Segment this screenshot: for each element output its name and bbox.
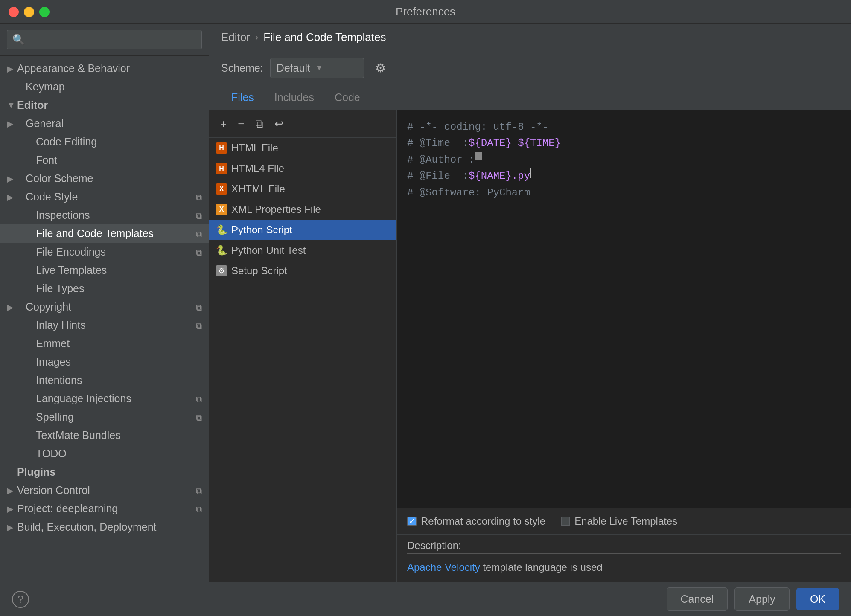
html-file-icon: H (216, 142, 227, 154)
file-item-setup-script[interactable]: ⚙ Setup Script (209, 261, 396, 281)
copy-badge-icon (196, 209, 202, 221)
sidebar-item-keymap[interactable]: Keymap (0, 78, 209, 96)
sidebar-item-file-types[interactable]: File Types (0, 279, 209, 298)
file-item-label: Setup Script (231, 265, 287, 277)
sidebar-item-code-editing[interactable]: Code Editing (0, 133, 209, 151)
sidebar-item-emmet[interactable]: Emmet (0, 334, 209, 353)
scheme-value: Default (277, 62, 310, 74)
sidebar-item-color-scheme[interactable]: ▶ Color Scheme (0, 169, 209, 188)
code-line-1: # -*- coding: utf-8 -*- (407, 119, 841, 135)
reset-template-button[interactable]: ↩ (270, 115, 288, 133)
xhtml-file-icon: X (216, 183, 227, 195)
live-templates-label: Enable Live Templates (574, 515, 677, 527)
settings-gear-button[interactable]: ⚙ (371, 58, 390, 78)
copy-badge-icon (196, 246, 202, 258)
arrow-icon: ▶ (7, 192, 15, 202)
tab-code[interactable]: Code (324, 85, 370, 110)
sidebar-item-live-templates[interactable]: Live Templates (0, 261, 209, 279)
maximize-button[interactable] (39, 7, 50, 17)
code-line-3: # @Author : (407, 152, 841, 168)
file-item-html-file[interactable]: H HTML File (209, 138, 396, 158)
description-area: Description: Apache Velocity template la… (397, 534, 851, 582)
scheme-dropdown[interactable]: Default ▼ (270, 58, 364, 78)
sidebar-item-plugins[interactable]: Plugins (0, 463, 209, 481)
bottom-bar: ? Cancel Apply OK (0, 582, 851, 616)
close-button[interactable] (9, 7, 19, 17)
traffic-lights (9, 7, 50, 17)
breadcrumb-separator-icon: › (255, 32, 258, 43)
apache-velocity-link[interactable]: Apache Velocity (407, 561, 480, 573)
sidebar-item-appearance-behavior[interactable]: ▶ Appearance & Behavior (0, 59, 209, 78)
sidebar-item-general[interactable]: ▶ General (0, 114, 209, 133)
copy-badge-icon (196, 484, 202, 497)
sidebar-item-images[interactable]: Images (0, 353, 209, 371)
copy-badge-icon (196, 503, 202, 515)
arrow-icon: ▼ (7, 100, 15, 110)
description-label: Description: (397, 535, 851, 553)
sidebar-item-file-encodings[interactable]: File Encodings (0, 243, 209, 261)
live-templates-checkbox-group[interactable]: Enable Live Templates (561, 515, 677, 527)
sidebar-item-inlay-hints[interactable]: Inlay Hints (0, 316, 209, 334)
minimize-button[interactable] (24, 7, 34, 17)
reformat-checkbox-group[interactable]: ✓ Reformat according to style (407, 515, 545, 527)
sidebar-item-inspections[interactable]: Inspections (0, 206, 209, 224)
split-pane: + − ⧉ ↩ H HTML File H HTML4 File (209, 110, 851, 582)
breadcrumb-current: File and Code Templates (263, 31, 386, 44)
main-layout: ▶ Appearance & Behavior Keymap ▼ Editor … (0, 24, 851, 582)
sidebar-item-build-execution-deployment[interactable]: ▶ Build, Execution, Deployment (0, 518, 209, 536)
file-item-label: XML Properties File (231, 203, 321, 215)
window-title: Preferences (396, 5, 455, 18)
description-rest: template language is used (483, 561, 602, 573)
sidebar-item-copyright[interactable]: ▶ Copyright (0, 298, 209, 316)
sidebar-item-file-and-code-templates[interactable]: File and Code Templates (0, 224, 209, 243)
text-cursor (530, 168, 531, 178)
arrow-icon: ▶ (7, 522, 15, 532)
file-list-pane: + − ⧉ ↩ H HTML File H HTML4 File (209, 110, 397, 582)
sidebar-item-todo[interactable]: TODO (0, 445, 209, 463)
file-item-xhtml-file[interactable]: X XHTML File (209, 179, 396, 199)
tab-files[interactable]: Files (221, 85, 264, 110)
file-item-python-unit-test[interactable]: 🐍 Python Unit Test (209, 240, 396, 261)
copy-badge-icon (196, 319, 202, 331)
reformat-label: Reformat according to style (421, 515, 545, 527)
sidebar-item-spelling[interactable]: Spelling (0, 408, 209, 426)
copy-badge-icon (196, 411, 202, 423)
code-editor[interactable]: # -*- coding: utf-8 -*- # @Time : ${DATE… (397, 110, 851, 508)
description-divider (407, 553, 841, 554)
help-button[interactable]: ? (12, 591, 29, 608)
chevron-down-icon: ▼ (315, 64, 323, 73)
file-item-label: HTML4 File (231, 163, 284, 174)
search-box (0, 24, 209, 56)
apply-button[interactable]: Apply (734, 587, 790, 611)
tab-includes[interactable]: Includes (264, 85, 324, 110)
editor-pane: # -*- coding: utf-8 -*- # @Time : ${DATE… (397, 110, 851, 582)
sidebar-item-font[interactable]: Font (0, 151, 209, 169)
file-item-html4-file[interactable]: H HTML4 File (209, 158, 396, 179)
file-item-xml-properties[interactable]: X XML Properties File (209, 199, 396, 220)
arrow-icon: ▶ (7, 302, 15, 312)
arrow-icon: ▶ (7, 64, 15, 74)
sidebar-item-code-style[interactable]: ▶ Code Style (0, 188, 209, 206)
file-item-label: XHTML File (231, 183, 285, 195)
sidebar-item-project-deeplearning[interactable]: ▶ Project: deeplearning (0, 500, 209, 518)
search-input[interactable] (7, 30, 202, 49)
sidebar-item-textmate-bundles[interactable]: TextMate Bundles (0, 426, 209, 445)
sidebar-item-language-injections[interactable]: Language Injections (0, 389, 209, 408)
sidebar-item-intentions[interactable]: Intentions (0, 371, 209, 389)
html4-file-icon: H (216, 163, 227, 174)
copy-badge-icon (196, 301, 202, 313)
live-templates-checkbox[interactable] (561, 517, 570, 526)
add-template-button[interactable]: + (216, 115, 231, 133)
author-placeholder (475, 152, 482, 160)
xml-file-icon: X (216, 204, 227, 215)
cancel-button[interactable]: Cancel (667, 587, 728, 611)
copy-template-button[interactable]: ⧉ (251, 115, 268, 133)
sidebar-item-version-control[interactable]: ▶ Version Control (0, 481, 209, 500)
remove-template-button[interactable]: − (233, 115, 248, 133)
file-item-python-script[interactable]: 🐍 Python Script (209, 220, 396, 240)
arrow-icon: ▶ (7, 119, 15, 129)
ok-button[interactable]: OK (796, 588, 839, 610)
sidebar-item-editor[interactable]: ▼ Editor (0, 96, 209, 114)
code-line-5: # @Software: PyCharm (407, 185, 841, 201)
reformat-checkbox[interactable]: ✓ (407, 517, 417, 526)
